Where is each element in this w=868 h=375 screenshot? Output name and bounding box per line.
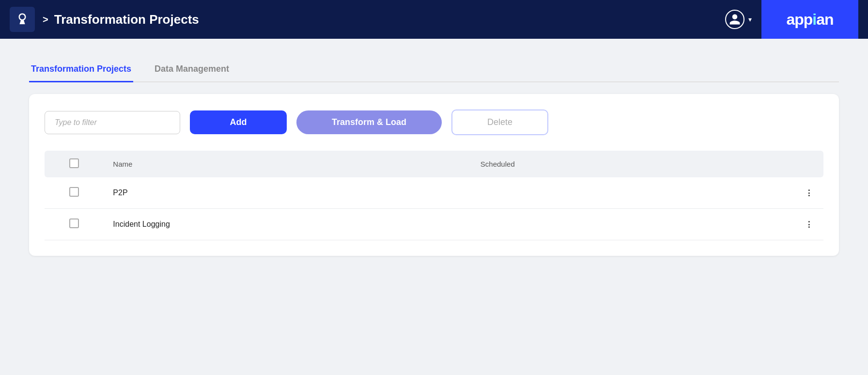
user-menu[interactable]: ▾ — [725, 10, 752, 29]
row-1-scheduled — [471, 177, 765, 209]
avatar — [725, 10, 744, 29]
breadcrumb-chevron: > — [43, 14, 48, 25]
app-icon — [10, 7, 35, 32]
tab-nav: Transformation Projects Data Management — [29, 58, 839, 82]
app-header: > Transformation Projects ▾ appian — [0, 0, 868, 39]
row-1-name: P2P — [103, 177, 470, 209]
select-all-checkbox[interactable] — [69, 158, 79, 168]
row-1-actions-menu[interactable]: ⋮ — [765, 177, 823, 209]
col-header-scheduled: Scheduled — [471, 151, 765, 177]
filter-input[interactable] — [45, 111, 180, 134]
row-2-checkbox-cell — [45, 209, 103, 240]
content-card: Add Transform & Load Delete Name Schedul… — [29, 94, 839, 256]
projects-table: Name Scheduled P2P ⋮ — [45, 151, 823, 240]
brand-name: appian — [786, 11, 833, 29]
add-button[interactable]: Add — [190, 110, 287, 134]
row-2-checkbox[interactable] — [69, 219, 79, 228]
row-2-name: Incident Logging — [103, 209, 470, 240]
col-header-name: Name — [103, 151, 470, 177]
transform-load-button[interactable]: Transform & Load — [296, 110, 442, 134]
row-1-checkbox[interactable] — [69, 187, 79, 197]
col-header-actions — [765, 151, 823, 177]
toolbar: Add Transform & Load Delete — [45, 109, 823, 135]
tab-transformation-projects[interactable]: Transformation Projects — [29, 58, 133, 82]
brand-logo: appian — [761, 0, 858, 39]
table-row: P2P ⋮ — [45, 177, 823, 209]
table-row: Incident Logging ⋮ — [45, 209, 823, 240]
row-1-checkbox-cell — [45, 177, 103, 209]
row-2-actions-menu[interactable]: ⋮ — [765, 209, 823, 240]
tab-data-management[interactable]: Data Management — [153, 58, 231, 82]
delete-button[interactable]: Delete — [451, 109, 548, 135]
main-content: Transformation Projects Data Management … — [0, 39, 868, 275]
page-title: Transformation Projects — [54, 12, 725, 27]
col-header-checkbox — [45, 151, 103, 177]
table-header-row: Name Scheduled — [45, 151, 823, 177]
user-dropdown-arrow: ▾ — [748, 16, 752, 23]
row-2-scheduled — [471, 209, 765, 240]
